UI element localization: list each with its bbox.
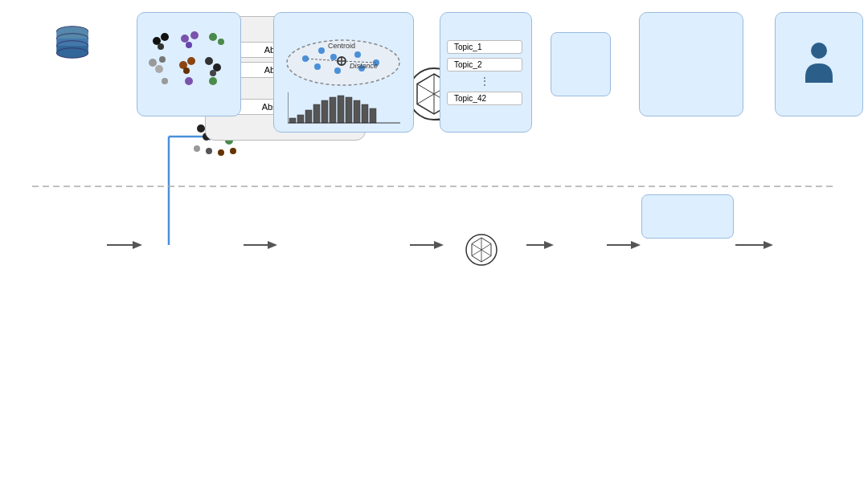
svg-text:Centroid: Centroid bbox=[328, 42, 355, 50]
svg-point-47 bbox=[218, 39, 224, 45]
svg-rect-76 bbox=[289, 118, 296, 123]
samples-box bbox=[551, 32, 611, 96]
centroid-area: Centroid Distance bbox=[274, 32, 413, 92]
svg-point-27 bbox=[230, 148, 236, 154]
topics-list: Topic_1 Topic_2 ⋮ Topic_42 bbox=[440, 32, 529, 113]
svg-rect-85 bbox=[362, 104, 368, 123]
svg-point-48 bbox=[149, 59, 157, 67]
caption-area bbox=[32, 344, 836, 486]
svg-marker-6 bbox=[133, 241, 142, 249]
cc-data-block bbox=[40, 24, 104, 66]
svg-point-42 bbox=[158, 43, 164, 50]
topics-box: Topic_1 Topic_2 ⋮ Topic_42 bbox=[440, 12, 532, 133]
svg-text:Distance: Distance bbox=[350, 62, 378, 70]
svg-marker-10 bbox=[434, 241, 444, 249]
svg-rect-84 bbox=[354, 100, 360, 123]
svg-point-63 bbox=[314, 63, 321, 70]
svg-point-58 bbox=[185, 77, 193, 85]
svg-point-59 bbox=[209, 77, 217, 85]
svg-point-26 bbox=[218, 149, 224, 156]
svg-point-49 bbox=[159, 56, 166, 63]
main-container: Abstract_1 Abstract_2 ··· Abstract_20 ⟳ bbox=[0, 0, 868, 494]
svg-point-64 bbox=[330, 54, 337, 60]
svg-rect-82 bbox=[338, 96, 344, 123]
svg-marker-12 bbox=[544, 241, 554, 249]
human-proofreading-box bbox=[775, 12, 863, 116]
svg-point-54 bbox=[205, 57, 213, 65]
bert-box bbox=[639, 12, 743, 116]
histogram-svg bbox=[288, 92, 400, 125]
svg-point-24 bbox=[194, 145, 200, 152]
human-figure-svg bbox=[801, 41, 837, 85]
svg-point-39 bbox=[56, 48, 88, 59]
svg-marker-14 bbox=[631, 241, 641, 249]
svg-point-66 bbox=[354, 51, 361, 58]
sampling-box: Centroid Distance bbox=[273, 12, 414, 133]
svg-point-18 bbox=[197, 125, 205, 133]
svg-point-45 bbox=[186, 42, 192, 48]
svg-rect-80 bbox=[321, 100, 328, 123]
svg-rect-81 bbox=[330, 97, 336, 123]
svg-point-94 bbox=[811, 43, 827, 59]
gpt-lower-classify bbox=[453, 231, 510, 268]
svg-rect-79 bbox=[313, 104, 320, 123]
clusters-dots-area bbox=[137, 13, 240, 109]
svg-point-41 bbox=[161, 33, 169, 41]
topic-42: Topic_42 bbox=[447, 92, 522, 105]
svg-point-52 bbox=[187, 57, 195, 65]
svg-point-56 bbox=[210, 70, 216, 76]
database-icon-svg bbox=[51, 24, 95, 60]
svg-point-65 bbox=[334, 67, 341, 74]
svg-rect-86 bbox=[370, 108, 376, 123]
svg-marker-8 bbox=[268, 241, 277, 249]
svg-rect-83 bbox=[346, 97, 352, 123]
svg-point-57 bbox=[162, 78, 168, 84]
svg-point-43 bbox=[181, 35, 189, 43]
diagram-area: Abstract_1 Abstract_2 ··· Abstract_20 ⟳ bbox=[32, 8, 836, 337]
clusters-dots-svg bbox=[145, 29, 233, 93]
svg-rect-77 bbox=[297, 115, 304, 123]
svg-point-46 bbox=[209, 33, 217, 41]
topic-dots: ⋮ bbox=[447, 76, 522, 88]
topic-1: Topic_1 bbox=[447, 40, 522, 54]
svg-point-53 bbox=[183, 67, 190, 74]
svg-point-25 bbox=[206, 148, 212, 154]
svg-point-44 bbox=[190, 31, 199, 39]
clusters-box bbox=[137, 12, 241, 116]
manually-box bbox=[641, 194, 734, 239]
svg-point-62 bbox=[318, 47, 325, 54]
svg-marker-16 bbox=[764, 241, 773, 249]
centroid-svg: Centroid Distance bbox=[281, 35, 406, 91]
svg-point-50 bbox=[155, 65, 163, 73]
gpt-lower-icon-svg bbox=[465, 233, 498, 267]
topic-2: Topic_2 bbox=[447, 58, 522, 71]
svg-rect-78 bbox=[305, 110, 312, 123]
